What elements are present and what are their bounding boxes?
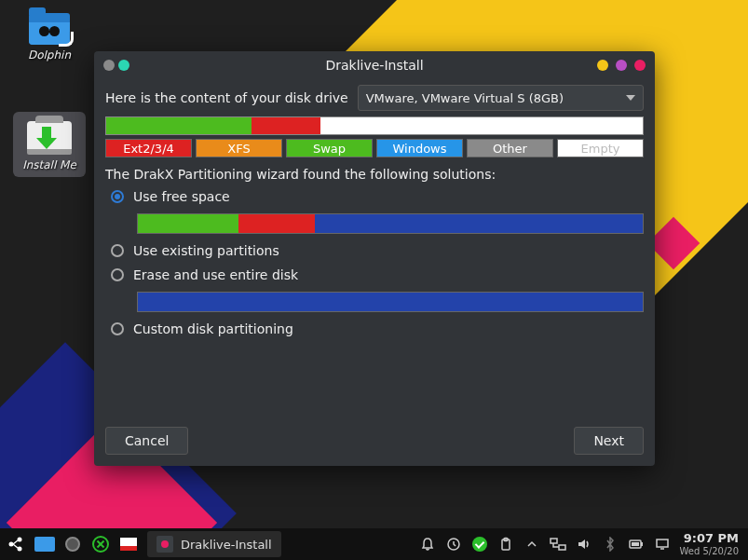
app-launcher-button[interactable]: [4, 531, 30, 557]
svg-rect-12: [632, 542, 639, 546]
tray-expand[interactable]: [523, 535, 541, 553]
close-button[interactable]: [634, 60, 646, 71]
taskbar-dolphin[interactable]: [32, 531, 58, 557]
tray-display[interactable]: [653, 535, 672, 553]
desktop-icon-label: Install Me: [22, 158, 76, 171]
option-erase-disk[interactable]: Erase and use entire disk: [111, 267, 644, 282]
clipboard-icon: [498, 537, 513, 552]
desktop-icon-install[interactable]: Install Me: [13, 112, 86, 177]
taskbar-media[interactable]: [60, 531, 86, 557]
erase-preview-bar: [137, 292, 644, 312]
disk-select-value: VMware, VMware Virtual S (8GB): [366, 91, 564, 105]
option-use-free-space[interactable]: Use free space: [111, 189, 644, 204]
install-icon: [27, 121, 72, 155]
legend-item: Windows: [376, 139, 463, 157]
maximize-button[interactable]: [616, 60, 627, 71]
current-disk-bar: [105, 116, 644, 135]
legend-item: Empty: [557, 139, 644, 157]
option-label: Use free space: [133, 189, 230, 204]
cancel-button[interactable]: Cancel: [105, 427, 188, 455]
option-custom[interactable]: Custom disk partitioning: [111, 321, 644, 336]
taskbar-entry-draklive[interactable]: Draklive-Install: [147, 531, 281, 557]
partition-segment: [138, 214, 238, 233]
desktop-icon-label: Dolphin: [28, 48, 71, 61]
display-icon: [655, 538, 670, 551]
bell-icon: [420, 537, 435, 552]
desktop-icon-dolphin[interactable]: Dolphin: [13, 6, 86, 61]
titlebar[interactable]: Draklive-Install: [94, 51, 655, 79]
option-use-existing[interactable]: Use existing partitions: [111, 243, 644, 258]
option-label: Use existing partitions: [133, 243, 279, 258]
cancel-icon: [92, 536, 109, 553]
dolphin-icon: [34, 537, 55, 552]
volume-icon: [577, 537, 592, 552]
option-label: Custom disk partitioning: [133, 321, 293, 336]
clock-icon: [446, 537, 461, 552]
partition-segment: [138, 293, 643, 311]
option-label: Erase and use entire disk: [133, 267, 298, 282]
tray-updates[interactable]: [470, 535, 489, 553]
tray-volume[interactable]: [575, 535, 593, 553]
disk-content-label: Here is the content of your disk drive: [105, 90, 348, 105]
window-title: Draklive-Install: [94, 58, 655, 73]
legend-item: Ext2/3/4: [105, 139, 192, 157]
tray-battery[interactable]: [627, 535, 646, 553]
battery-icon: [629, 539, 644, 550]
next-button[interactable]: Next: [574, 427, 644, 455]
tray-bluetooth[interactable]: [601, 535, 619, 553]
free-space-preview-bar: [137, 213, 644, 234]
bluetooth-icon: [604, 537, 617, 552]
taskbar: Draklive-Install 9:07 PM Wed 5/20/20: [0, 528, 748, 560]
taskbar-install[interactable]: [116, 531, 142, 557]
legend-item: Swap: [286, 139, 373, 157]
tray-notifications[interactable]: [418, 535, 437, 553]
partition-segment: [106, 117, 252, 134]
partition-segment: [252, 117, 321, 134]
install-tray-icon: [120, 538, 137, 551]
legend-item: Other: [467, 139, 553, 157]
network-icon: [550, 538, 566, 551]
task-entry-label: Draklive-Install: [181, 538, 272, 552]
clock-time: 9:07 PM: [679, 532, 739, 545]
solutions-label: The DrakX Partitioning wizard found the …: [105, 167, 644, 182]
tray-clipboard[interactable]: [496, 535, 515, 553]
svg-rect-13: [657, 540, 668, 547]
partition-segment: [320, 117, 643, 134]
legend-item: XFS: [196, 139, 282, 157]
taskbar-cancel[interactable]: [88, 531, 114, 557]
svg-line-3: [13, 540, 18, 544]
svg-point-0: [9, 542, 14, 547]
menu-dot-icon[interactable]: [103, 60, 115, 71]
tray-network[interactable]: [549, 535, 567, 553]
radio-icon: [111, 322, 124, 335]
disk-select[interactable]: VMware, VMware Virtual S (8GB): [358, 85, 644, 111]
svg-rect-8: [551, 539, 557, 543]
pin-dot-icon[interactable]: [118, 60, 129, 71]
installer-window: Draklive-Install Here is the content of …: [94, 51, 655, 466]
radio-icon: [111, 268, 124, 281]
clock-date: Wed 5/20/20: [679, 546, 739, 556]
minimize-button[interactable]: [597, 60, 608, 71]
svg-line-4: [13, 544, 18, 548]
tray-clock-icon[interactable]: [444, 535, 463, 553]
partition-segment: [238, 214, 314, 233]
media-icon: [65, 537, 80, 552]
radio-icon: [111, 244, 124, 257]
partition-segment: [315, 214, 643, 233]
launcher-icon: [7, 535, 26, 553]
taskbar-clock[interactable]: 9:07 PM Wed 5/20/20: [679, 532, 739, 555]
window-icon: [156, 536, 173, 553]
check-icon: [472, 537, 487, 552]
dolphin-icon: [29, 13, 70, 45]
svg-rect-9: [559, 545, 565, 550]
radio-icon: [111, 190, 124, 203]
chevron-up-icon: [527, 540, 537, 549]
partition-legend: Ext2/3/4XFSSwapWindowsOtherEmpty: [105, 139, 644, 157]
svg-rect-11: [641, 542, 643, 546]
